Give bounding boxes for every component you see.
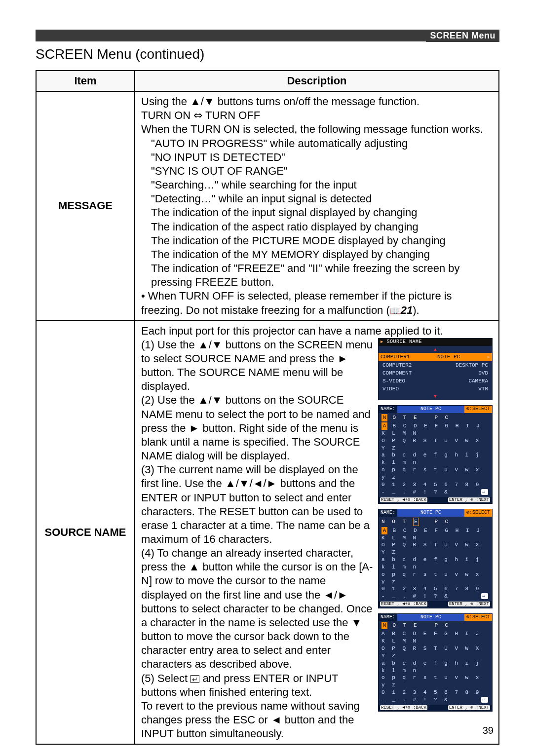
kbd-row: - _ . # ! ? & [381, 696, 489, 704]
triangle-down-icon [434, 393, 436, 399]
name-label: NAME: [379, 614, 397, 621]
kbd-row: a b c d e f g h i j k l m n [381, 556, 489, 571]
msg-line: The indication of the input signal displ… [141, 206, 493, 220]
return-icon: ↵ [481, 697, 488, 703]
return-icon: ↵ [190, 675, 199, 683]
select-hint: ⊗:SELECT [464, 406, 492, 413]
kbd-row: 0 1 2 3 4 5 6 7 8 9 [381, 481, 489, 489]
msg-line: "Searching…" while searching for the inp… [141, 178, 493, 192]
osd-srcv: CAMERA [468, 378, 488, 384]
osd-column: SOURCE NAME COMPUTER1NOTE PC COMPUTER2DE… [378, 338, 493, 717]
msg-line: When the TURN ON is selected, the follow… [141, 122, 493, 136]
page-title: SCREEN Menu (continued) [36, 46, 499, 62]
osd-title: SOURCE NAME [386, 339, 422, 344]
msg-line: "AUTO IN PROGRESS" while automatically a… [141, 137, 493, 151]
item-source-name: SOURCE NAME [36, 321, 135, 745]
kbd-row: o p q r s t u v w x y z [381, 466, 489, 481]
osd-srcv: VTR [478, 385, 488, 392]
osd-src: COMPUTER2 [382, 362, 412, 369]
osd-srcv: DVD [478, 370, 488, 377]
osd-keyboard-2: NAME:NOTE PC⊗:SELECT N O T E P C A B C D… [378, 509, 493, 608]
osd-src: COMPONENT [382, 370, 412, 377]
name-label: NAME: [379, 509, 397, 517]
kbd-row: o p q r s t u v w x y z [381, 571, 489, 586]
osd-src: S-VIDEO [382, 378, 405, 384]
msg-line: "NO INPUT IS DETECTED" [141, 151, 493, 164]
cursor-box: A [381, 527, 387, 534]
kbd-row: 0 1 2 3 4 5 6 7 8 9 [381, 689, 489, 696]
triangle-right-icon [381, 339, 383, 344]
foot-right: ENTER , ⊗ :NEXT [448, 602, 490, 606]
kbd-row: - _ . # ! ? & [381, 593, 489, 600]
header-tab: SCREEN Menu [426, 30, 499, 42]
item-message: MESSAGE [36, 91, 135, 321]
select-hint: ⊗:SELECT [464, 509, 492, 517]
page-number: 39 [483, 725, 494, 736]
page-ref: 21 [401, 304, 413, 316]
table-row: MESSAGE Using the ▲/▼ buttons turns on/o… [36, 91, 499, 321]
foot-left: RESET , ◄+⊗ :BACK [380, 602, 427, 606]
kbd-row: O P Q R S T U V W X Y Z [381, 437, 489, 452]
kbd-row: - _ . # ! ? & [381, 489, 489, 496]
table-row: SOURCE NAME Each input port for this pro… [36, 321, 499, 745]
msg-line: The indication of the aspect ratio displ… [141, 220, 493, 234]
osd-srcv: DESKTOP PC [456, 362, 488, 369]
screen-menu-table: Item Description MESSAGE Using the ▲/▼ b… [36, 70, 499, 745]
kbd-row: A B C D E F G H I J K L M N [381, 630, 489, 645]
select-hint: ⊗:SELECT [464, 614, 492, 621]
book-icon [390, 304, 401, 316]
foot-left: RESET , ◄+⊗ :BACK [380, 497, 427, 502]
return-icon: ↵ [481, 489, 488, 495]
foot-right: ENTER , ⊗ :NEXT [448, 497, 490, 502]
return-icon: ↵ [481, 593, 488, 599]
msg-line: The indication of "FREEZE" and "II" whil… [141, 262, 493, 289]
cursor-outline: E [413, 518, 419, 526]
osd-src: VIDEO [382, 385, 399, 392]
name-label: NAME: [379, 406, 397, 413]
msg-line: • When TURN OFF is selected, please reme… [141, 289, 493, 317]
kbd-row: a b c d e f g h i j k l m n [381, 660, 489, 675]
src-line: Each input port for this projector can h… [141, 324, 493, 338]
msg-line: "Detecting…" while an input signal is de… [141, 192, 493, 206]
cursor-box: A [381, 422, 387, 430]
cursor-box: N [381, 414, 387, 421]
th-item: Item [36, 71, 135, 91]
kbd-row: a b c d e f g h i j k l m n [381, 452, 489, 466]
msg-line: The indication of the PICTURE MODE displ… [141, 234, 493, 248]
header-bar: SCREEN Menu [36, 30, 499, 41]
msg-line: The indication of the MY MEMORY displaye… [141, 248, 493, 262]
osd-source-list: SOURCE NAME COMPUTER1NOTE PC COMPUTER2DE… [378, 338, 493, 401]
name-value: NOTE PC [397, 509, 464, 517]
msg-line: Using the ▲/▼ buttons turns on/off the m… [141, 95, 493, 109]
msg-line: TURN ON ⇔ TURN OFF [141, 109, 493, 122]
desc-message: Using the ▲/▼ buttons turns on/off the m… [135, 91, 499, 321]
kbd-row: O P Q R S T U V W X Y Z [381, 541, 489, 556]
name-value: NOTE PC [397, 614, 464, 621]
osd-keyboard-1: NAME:NOTE PC⊗:SELECT N O T E P C A B C D… [378, 405, 493, 504]
triangle-right-icon [488, 353, 490, 361]
src-text: (5) Select [141, 672, 190, 684]
foot-right: ENTER , ⊗ :NEXT [448, 705, 490, 710]
triangle-up-icon [434, 346, 436, 352]
kbd-row: O P Q R S T U V W X Y Z [381, 645, 489, 660]
th-desc: Description [135, 71, 499, 91]
name-value: NOTE PC [397, 406, 464, 413]
msg-line: "SYNC IS OUT OF RANGE" [141, 164, 493, 178]
osd-keyboard-3: NAME:NOTE PC⊗:SELECT N O T E P C A B C D… [378, 613, 493, 712]
cursor-box: N [381, 622, 387, 629]
kbd-row: 0 1 2 3 4 5 6 7 8 9 [381, 585, 489, 593]
osd-src: COMPUTER1 [381, 353, 410, 361]
kbd-row: o p q r s t u v w x y z [381, 674, 489, 689]
desc-source-name: Each input port for this projector can h… [135, 321, 499, 745]
osd-srcv: NOTE PC [437, 353, 460, 361]
msg-text: ). [413, 304, 419, 316]
foot-left: RESET , ◄+⊗ :BACK [380, 705, 427, 710]
